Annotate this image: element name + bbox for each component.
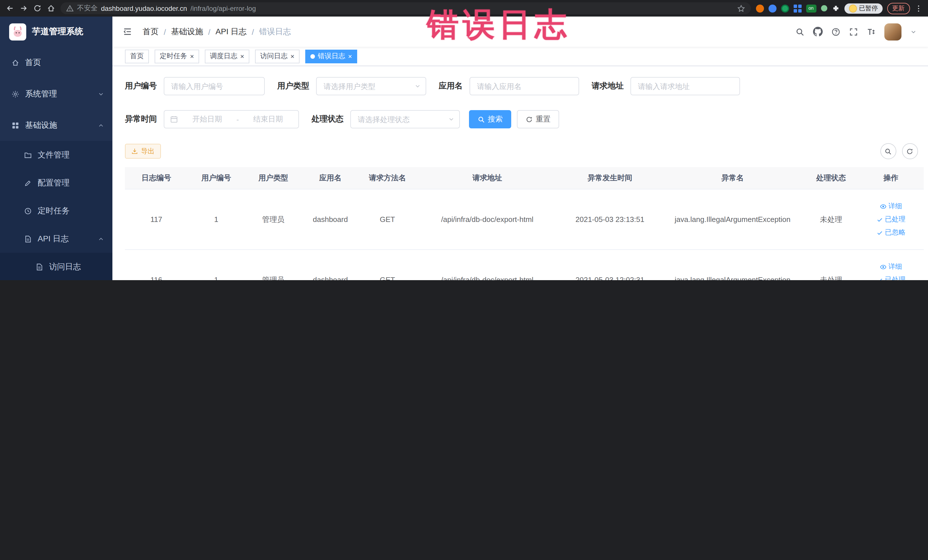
calendar-icon [170,115,178,123]
browser-back-icon[interactable] [6,4,14,12]
search-button-label: 搜索 [488,114,503,124]
ignored-link[interactable]: 已忽略 [876,227,905,237]
processed-link-label: 已处理 [885,275,905,280]
extensions-puzzle-icon[interactable] [832,4,839,12]
chevron-up-icon [98,235,104,242]
avatar-caret-icon[interactable] [910,28,917,35]
tab-scheduled-tasks[interactable]: 定时任务× [155,49,199,63]
doc-icon [35,263,43,271]
clock-icon [24,207,32,215]
reset-button[interactable]: 重置 [517,110,559,128]
tab-schedule-log[interactable]: 调度日志× [205,49,249,63]
breadcrumb-item[interactable]: 首页 [143,26,159,37]
check-icon [876,216,883,223]
detail-link[interactable]: 详细 [880,262,902,272]
sidebar-item-config-mgmt[interactable]: 配置管理 [0,169,112,197]
sidebar-item-infrastructure[interactable]: 基础设施 [0,110,112,141]
extension-icon-grid[interactable] [793,4,801,12]
tab-close-icon[interactable]: × [190,53,194,60]
tab-access-log[interactable]: 访问日志× [255,49,299,63]
menu-fold-icon[interactable] [123,27,132,37]
cell-actions: 详细已处理已忽略 [858,262,924,280]
request-url-label: 请求地址 [592,81,624,91]
detail-link[interactable]: 详细 [880,201,902,211]
tab-label: 访问日志 [260,51,288,61]
search-icon[interactable] [795,27,804,36]
paused-label: 已暂停 [859,4,878,12]
browser-reload-icon[interactable] [33,4,42,12]
tab-close-icon[interactable]: × [290,53,295,60]
cell-user-id: 1 [188,276,245,280]
address-bar[interactable]: 不安全 dashboard.yudao.iocoder.cn /infra/lo… [61,2,751,14]
sidebar-item-home[interactable]: 首页 [0,47,112,78]
extension-icon-green[interactable] [781,4,789,12]
date-separator: - [237,115,239,124]
help-icon[interactable] [831,27,840,36]
extensions-cluster: on 已暂停 更新 [756,3,922,14]
edit-icon [24,179,32,187]
table-body: 1171管理员dashboardGET/api/infra/db-doc/exp… [125,189,924,280]
app-name-input[interactable] [470,77,579,95]
sidebar-item-label: 配置管理 [38,178,104,188]
processed-link[interactable]: 已处理 [876,215,905,224]
check-icon [876,229,883,236]
sidebar-item-file-mgmt[interactable]: 文件管理 [0,141,112,169]
refresh-button[interactable] [902,143,918,159]
detail-link-label: 详细 [888,201,902,211]
security-warning-icon[interactable] [66,5,73,12]
sidebar-item-label: API 日志 [38,233,92,244]
user-type-select[interactable] [316,77,426,95]
cell-user-id: 1 [188,215,245,224]
export-button-label: 导出 [141,146,155,156]
cell-method: GET [359,276,416,280]
extension-icon-leaf[interactable] [821,5,827,11]
extension-icon-orange[interactable] [756,4,764,12]
user-avatar[interactable] [884,23,901,40]
font-size-icon[interactable] [866,27,876,36]
request-url-input[interactable] [630,77,740,95]
tab-label: 调度日志 [210,51,237,61]
sidebar-logo[interactable]: 芋道管理系统 [0,17,112,47]
extension-icon-blue[interactable] [768,4,776,12]
tab-close-icon[interactable]: × [348,53,352,60]
topbar: 首页/基础设施/API 日志/错误日志 [112,17,928,47]
breadcrumb-item[interactable]: API 日志 [216,26,247,37]
processed-link[interactable]: 已处理 [876,275,905,280]
export-button[interactable]: 导出 [125,144,161,159]
sidebar-item-label: 定时任务 [38,206,104,216]
cell-exception: java.lang.IllegalArgumentException [661,276,804,280]
profile-paused-chip[interactable]: 已暂停 [844,3,882,14]
tab-error-log[interactable]: 错误日志× [305,49,357,63]
browser-update-chip[interactable]: 更新 [887,3,910,14]
cell-method: GET [359,215,416,224]
sidebar-item-api-log[interactable]: API 日志 [0,225,112,253]
process-status-select[interactable] [350,110,460,128]
fullscreen-icon[interactable] [849,27,858,36]
sidebar-item-scheduled-tasks[interactable]: 定时任务 [0,197,112,225]
browser-forward-icon[interactable] [20,4,28,12]
app-name-label: 应用名 [439,81,463,91]
browser-home-icon[interactable] [47,4,55,12]
browser-menu-icon[interactable] [914,4,922,12]
grid-icon [11,121,20,129]
search-toggle-button[interactable] [880,143,896,159]
table-row: 1171管理员dashboardGET/api/infra/db-doc/exp… [125,189,924,250]
sidebar: 芋道管理系统 首页系统管理基础设施文件管理配置管理定时任务API 日志访问日志错… [0,17,112,280]
bookmark-star-icon[interactable] [737,4,745,12]
github-icon[interactable] [813,27,823,37]
column-header: 用户编号 [188,173,245,183]
exception-time-label: 异常时间 [125,114,157,124]
extension-icon-on-badge[interactable]: on [806,4,816,12]
logo-image [9,23,26,40]
tab-home[interactable]: 首页 [125,49,149,63]
tab-close-icon[interactable]: × [240,53,244,60]
user-id-input[interactable] [164,77,265,95]
process-status-label: 处理状态 [311,114,343,124]
search-button[interactable]: 搜索 [469,110,511,128]
sidebar-item-access-log[interactable]: 访问日志 [0,253,112,280]
exception-time-range-picker[interactable]: 开始日期 - 结束日期 [164,110,299,128]
cell-actions: 详细已处理已忽略 [858,201,924,237]
sidebar-item-system-mgmt[interactable]: 系统管理 [0,78,112,110]
doc-icon [24,235,32,243]
breadcrumb-item[interactable]: 基础设施 [171,26,203,37]
